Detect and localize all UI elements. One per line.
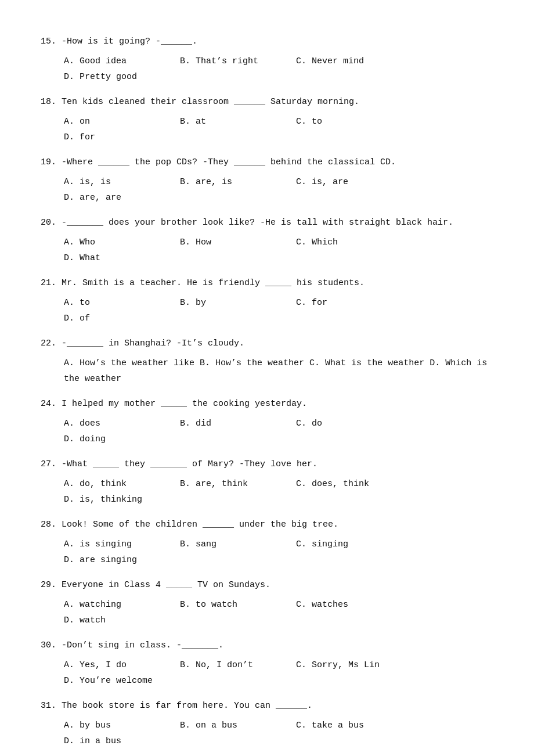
question-text-31: 31. The book store is far from here. You… (41, 699, 493, 713)
question-text-15: 15. -How is it going? -______. (41, 35, 493, 49)
options-18: A. onB. atC. toD. for (41, 114, 493, 145)
option-18-3: D. for (64, 129, 168, 145)
question-text-21: 21. Mr. Smith is a teacher. He is friend… (41, 276, 493, 290)
option-18-1: B. at (180, 114, 284, 129)
question-31: 31. The book store is far from here. You… (41, 699, 493, 749)
options-19: A. is, isB. are, isC. is, areD. are, are (41, 174, 493, 206)
option-30-3: D. You’re welcome (64, 673, 168, 689)
option-19-3: D. are, are (64, 190, 168, 206)
option-28-3: D. are singing (64, 552, 168, 568)
option-27-2: C. does, think (296, 476, 400, 492)
options-28: A. is singingB. sangC. singingD. are sin… (41, 537, 493, 568)
option-22-0: A. How’s the weather like (64, 358, 194, 368)
options-21: A. toB. byC. forD. of (41, 295, 493, 326)
options-20: A. WhoB. HowC. WhichD. What (41, 235, 493, 266)
question-text-29: 29. Everyone in Class 4 _____ TV on Sund… (41, 578, 493, 592)
option-24-1: B. did (180, 416, 284, 431)
option-29-1: B. to watch (180, 597, 284, 613)
option-15-3: D. Pretty good (64, 69, 168, 85)
option-22-2: C. What is the weather (309, 358, 424, 368)
option-20-2: C. Which (296, 235, 400, 250)
option-30-1: B. No, I don’t (180, 657, 284, 673)
question-text-27: 27. -What _____ they _______ of Mary? -T… (41, 458, 493, 471)
options-29: A. watchingB. to watchC. watchesD. watch (41, 597, 493, 628)
question-18: 18. Ten kids cleaned their classroom ___… (41, 95, 493, 145)
option-19-2: C. is, are (296, 174, 400, 190)
option-30-0: A. Yes, I do (64, 657, 168, 673)
option-21-0: A. to (64, 295, 168, 311)
option-15-2: C. Never mind (296, 53, 400, 69)
question-15: 15. -How is it going? -______.A. Good id… (41, 35, 493, 85)
question-28: 28. Look! Some of the children ______ un… (41, 518, 493, 568)
option-27-0: A. do, think (64, 476, 168, 492)
question-text-30: 30. -Don’t sing in class. -_______. (41, 639, 493, 653)
question-29: 29. Everyone in Class 4 _____ TV on Sund… (41, 578, 493, 628)
option-24-2: C. do (296, 416, 400, 431)
options-22: A. How’s the weather like B. How’s the w… (41, 355, 493, 387)
option-20-0: A. Who (64, 235, 168, 250)
question-text-20: 20. -_______ does your brother look like… (41, 216, 493, 230)
option-19-1: B. are, is (180, 174, 284, 190)
options-31: A. by busB. on a busC. take a busD. in a… (41, 718, 493, 749)
option-21-3: D. of (64, 311, 168, 326)
option-20-1: B. How (180, 235, 284, 250)
option-31-3: D. in a bus (64, 733, 168, 749)
option-24-0: A. does (64, 416, 168, 431)
question-21: 21. Mr. Smith is a teacher. He is friend… (41, 276, 493, 326)
question-30: 30. -Don’t sing in class. -_______.A. Ye… (41, 639, 493, 689)
question-24: 24. I helped my mother _____ the cooking… (41, 397, 493, 447)
question-27: 27. -What _____ they _______ of Mary? -T… (41, 458, 493, 507)
option-15-0: A. Good idea (64, 53, 168, 69)
option-28-2: C. singing (296, 537, 400, 552)
options-line-22: A. How’s the weather like B. How’s the w… (64, 355, 493, 387)
option-21-2: C. for (296, 295, 400, 311)
option-20-3: D. What (64, 250, 168, 266)
option-29-3: D. watch (64, 613, 168, 628)
question-22: 22. -_______ in Shanghai? -It’s cloudy.A… (41, 337, 493, 387)
option-27-3: D. is, thinking (64, 492, 168, 507)
option-29-2: C. watches (296, 597, 400, 613)
question-20: 20. -_______ does your brother look like… (41, 216, 493, 266)
option-18-0: A. on (64, 114, 168, 129)
question-text-28: 28. Look! Some of the children ______ un… (41, 518, 493, 532)
options-24: A. doesB. didC. doD. doing (41, 416, 493, 447)
option-22-1: B. How’s the weather (200, 358, 304, 368)
question-text-18: 18. Ten kids cleaned their classroom ___… (41, 95, 493, 109)
question-text-22: 22. -_______ in Shanghai? -It’s cloudy. (41, 337, 493, 351)
option-31-1: B. on a bus (180, 718, 284, 733)
option-28-0: A. is singing (64, 537, 168, 552)
options-30: A. Yes, I doB. No, I don’tC. Sorry, Ms L… (41, 657, 493, 689)
option-24-3: D. doing (64, 431, 168, 447)
quiz-content: 15. -How is it going? -______.A. Good id… (41, 35, 493, 756)
options-15: A. Good ideaB. That’s rightC. Never mind… (41, 53, 493, 85)
option-30-2: C. Sorry, Ms Lin (296, 657, 400, 673)
option-29-0: A. watching (64, 597, 168, 613)
option-18-2: C. to (296, 114, 400, 129)
question-text-24: 24. I helped my mother _____ the cooking… (41, 397, 493, 411)
option-15-1: B. That’s right (180, 53, 284, 69)
option-28-1: B. sang (180, 537, 284, 552)
options-27: A. do, thinkB. are, thinkC. does, thinkD… (41, 476, 493, 507)
option-19-0: A. is, is (64, 174, 168, 190)
option-31-2: C. take a bus (296, 718, 400, 733)
question-text-19: 19. -Where ______ the pop CDs? -They ___… (41, 156, 493, 170)
option-31-0: A. by bus (64, 718, 168, 733)
option-21-1: B. by (180, 295, 284, 311)
question-19: 19. -Where ______ the pop CDs? -They ___… (41, 156, 493, 206)
option-27-1: B. are, think (180, 476, 284, 492)
